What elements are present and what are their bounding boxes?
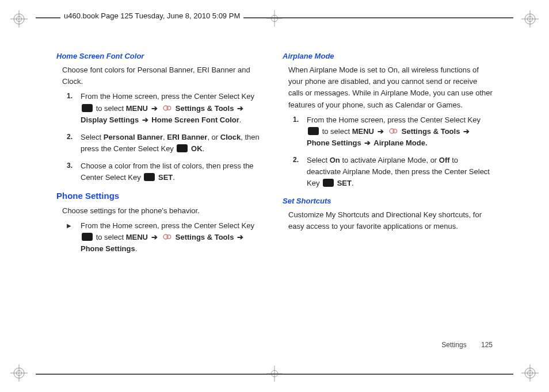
left-column: Home Screen Font Color Choose font color… (56, 51, 266, 255)
registration-mark-icon (521, 364, 539, 382)
crosshair-icon (266, 10, 283, 26)
intro-text: Choose settings for the phone's behavior… (62, 205, 266, 217)
bullet-list: From the Home screen, press the Center S… (67, 220, 266, 255)
footer-rule (36, 374, 513, 375)
step-2: 2. Select Personal Banner, ERI Banner, o… (67, 132, 266, 155)
intro-text: When Airplane Mode is set to On, all wir… (288, 64, 493, 111)
registration-mark-icon (10, 10, 28, 28)
step-3: 3. Choose a color from the list of color… (67, 160, 266, 183)
step-1: 1. From the Home screen, press the Cente… (293, 114, 493, 149)
page-content: Home Screen Font Color Choose font color… (56, 51, 493, 255)
center-select-key-icon (308, 127, 319, 135)
svg-point-25 (167, 235, 171, 239)
gear-icon (162, 232, 172, 241)
page-number: 125 (481, 341, 493, 349)
page-header-info: u460.book Page 125 Tuesday, June 8, 2010… (60, 11, 243, 20)
registration-mark-icon (10, 364, 28, 382)
center-select-key-icon (82, 233, 93, 241)
step-2: 2. Select On to activate Airplane Mode, … (293, 155, 493, 189)
bullet-item: From the Home screen, press the Center S… (67, 220, 266, 255)
svg-point-23 (167, 106, 171, 110)
heading-phone-settings: Phone Settings (56, 189, 266, 202)
heading-home-screen-font-color: Home Screen Font Color (56, 51, 266, 62)
steps-list: 1. From the Home screen, press the Cente… (67, 91, 266, 183)
registration-mark-icon (521, 10, 539, 28)
intro-text: Choose font colors for Personal Banner, … (62, 64, 266, 87)
center-select-key-icon (82, 104, 93, 112)
center-select-key-icon (177, 144, 188, 152)
heading-set-shortcuts: Set Shortcuts (283, 195, 493, 207)
footer-section: Settings (441, 341, 466, 349)
gear-icon (388, 126, 398, 136)
svg-point-27 (393, 129, 397, 133)
center-select-key-icon (323, 179, 334, 187)
steps-list: 1. From the Home screen, press the Cente… (293, 114, 493, 190)
page-footer: Settings 125 (441, 341, 493, 349)
gear-icon (162, 103, 172, 113)
right-column: Airplane Mode When Airplane Mode is set … (283, 51, 493, 255)
center-select-key-icon (144, 173, 155, 181)
heading-airplane-mode: Airplane Mode (283, 51, 493, 62)
intro-text: Customize My Shortcuts and Directional K… (288, 209, 493, 232)
step-1: 1. From the Home screen, press the Cente… (67, 91, 266, 125)
